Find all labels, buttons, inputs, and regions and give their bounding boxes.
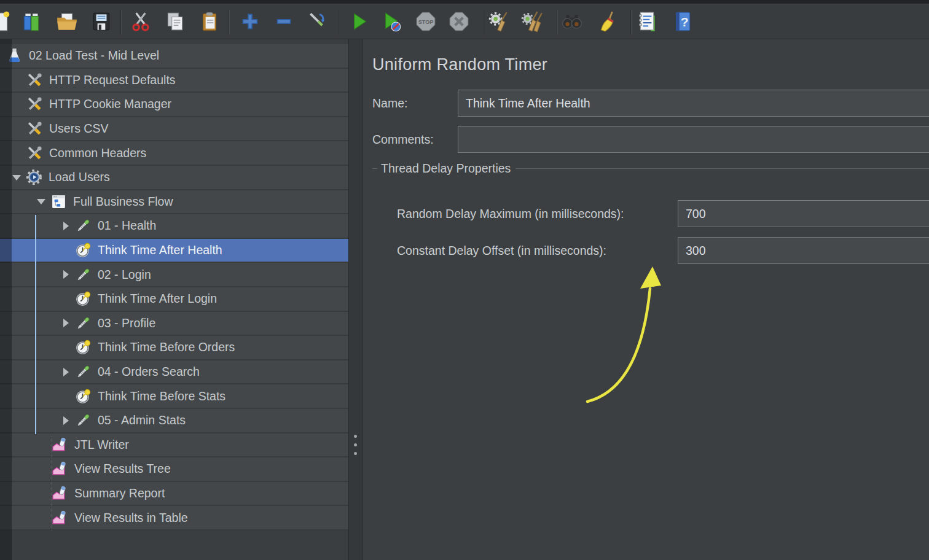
svg-text:?: ? [681, 15, 689, 29]
tree-item-label: 01 - Health [98, 219, 156, 233]
thread-group-icon [26, 169, 42, 185]
http-sampler-icon [75, 412, 92, 429]
tree-item-load-users[interactable]: Load Users [0, 166, 348, 190]
paste-button[interactable] [198, 10, 221, 33]
shutdown-button[interactable] [447, 10, 471, 33]
tree-item-02-login[interactable]: 02 - Login [0, 263, 348, 287]
clear-all-button[interactable] [521, 10, 544, 33]
toolbar-separator [557, 9, 558, 35]
expand-toggle-icon[interactable] [57, 222, 75, 230]
tree-item-common-headers[interactable]: Common Headers [0, 141, 348, 166]
tree-item-http-cookie-manager[interactable]: HTTP Cookie Manager [0, 93, 348, 117]
paste-icon [198, 10, 221, 33]
tree-item-label: 02 - Login [98, 268, 151, 282]
tree-item-05-admin-stats[interactable]: 05 - Admin Stats [0, 409, 348, 434]
toolbar-separator [630, 9, 632, 35]
search-icon [560, 10, 584, 33]
http-sampler-icon [75, 315, 92, 332]
tree-item-users-csv[interactable]: Users CSV [0, 117, 348, 142]
name-input[interactable]: Think Time After Health [458, 90, 929, 117]
tree-item-03-profile[interactable]: 03 - Profile [0, 312, 348, 336]
search-reset-button[interactable] [595, 10, 618, 33]
tree-item-label: View Results Tree [74, 462, 171, 476]
remove-button[interactable] [272, 10, 296, 33]
toolbar: STOP ? [0, 4, 929, 39]
tree-item-jtl-writer[interactable]: JTL Writer [0, 434, 348, 458]
random-delay-maximum-input[interactable]: 700 [678, 200, 929, 227]
stop-button[interactable]: STOP [414, 10, 437, 33]
tree-item-http-request-defaults[interactable]: HTTP Request Defaults [0, 69, 348, 93]
search-reset-icon [595, 10, 618, 33]
start-icon [348, 10, 371, 33]
templates-button[interactable] [21, 10, 44, 33]
start-no-pauses-icon [380, 10, 403, 33]
collapse-toggle-icon[interactable] [7, 170, 26, 185]
fieldset-border-segment [372, 168, 377, 169]
tree-item-load-test-root[interactable]: 02 Load Test - Mid Level [0, 44, 348, 69]
help-button[interactable]: ? [671, 10, 694, 33]
tree-item-label: Load Users [49, 170, 110, 184]
expand-toggle-icon[interactable] [57, 416, 75, 425]
constant-delay-offset-label: Constant Delay Offset (in milliseconds): [397, 244, 606, 258]
tree-item-label: 02 Load Test - Mid Level [29, 49, 159, 63]
tree-item-think-time-before-orders[interactable]: Think Time Before Orders [0, 336, 348, 360]
uniform-random-timer-panel: Uniform Random Timer Name: Think Time Af… [363, 39, 929, 560]
timer-icon [75, 242, 92, 259]
copy-button[interactable] [163, 10, 187, 33]
tree-item-full-business-flow[interactable]: Full Business Flow [0, 190, 348, 215]
copy-icon [163, 10, 187, 33]
toolbar-separator [338, 9, 339, 35]
svg-text:STOP: STOP [418, 19, 433, 25]
cut-button[interactable] [129, 10, 152, 33]
tree-item-label: Think Time After Login [98, 292, 217, 306]
toggle-button[interactable] [306, 10, 329, 33]
listener-icon [52, 485, 68, 502]
new-file-icon [0, 10, 12, 33]
collapse-toggle-icon[interactable] [32, 194, 50, 209]
listener-icon [52, 461, 68, 477]
tree-item-label: Summary Report [74, 486, 165, 500]
config-element-icon [26, 96, 43, 112]
http-sampler-icon [75, 266, 92, 283]
new-button[interactable] [0, 10, 12, 33]
tree-item-think-time-after-health[interactable]: Think Time After Health [0, 239, 348, 263]
tree-item-summary-report[interactable]: Summary Report [0, 482, 348, 507]
search-button[interactable] [560, 10, 584, 33]
tree-item-view-results-in-table[interactable]: View Results in Table [0, 506, 348, 531]
tree-item-01-health[interactable]: 01 - Health [0, 214, 348, 239]
help-icon: ? [671, 10, 694, 33]
templates-icon [21, 10, 44, 33]
timer-icon [75, 388, 92, 405]
tree-item-04-orders-search[interactable]: 04 - Orders Search [0, 360, 348, 385]
comments-input[interactable] [458, 126, 929, 153]
add-button[interactable] [238, 10, 262, 33]
expand-toggle-icon[interactable] [57, 319, 75, 327]
expand-toggle-icon[interactable] [57, 270, 75, 279]
timer-icon [75, 290, 92, 307]
start-no-pauses-button[interactable] [380, 10, 403, 33]
tree-item-think-time-after-login[interactable]: Think Time After Login [0, 287, 348, 312]
save-button[interactable] [90, 10, 113, 33]
config-element-icon [26, 145, 43, 161]
tree-item-view-results-tree[interactable]: View Results Tree [0, 457, 348, 482]
tree-item-label: JTL Writer [74, 438, 129, 452]
toolbar-separator [120, 9, 122, 35]
start-button[interactable] [348, 10, 371, 33]
tree-item-label: Think Time Before Stats [98, 389, 225, 403]
clear-button[interactable] [488, 10, 511, 33]
clear-all-icon [521, 10, 544, 33]
panel-splitter[interactable] [348, 39, 363, 560]
tree-item-label: HTTP Request Defaults [49, 73, 176, 87]
tree-item-label: Think Time Before Orders [98, 340, 235, 354]
open-button[interactable] [55, 10, 79, 33]
page-title: Uniform Random Timer [372, 55, 547, 74]
function-helper-button[interactable] [635, 10, 659, 33]
tree-item-think-time-before-stats[interactable]: Think Time Before Stats [0, 384, 348, 409]
expand-toggle-icon[interactable] [57, 368, 75, 376]
comments-label: Comments: [372, 133, 434, 147]
constant-delay-offset-input[interactable]: 300 [678, 237, 929, 264]
splitter-grip-dot [354, 435, 357, 438]
splitter-grip-dot [354, 443, 357, 446]
listener-icon [52, 437, 68, 453]
name-label: Name: [372, 96, 407, 111]
